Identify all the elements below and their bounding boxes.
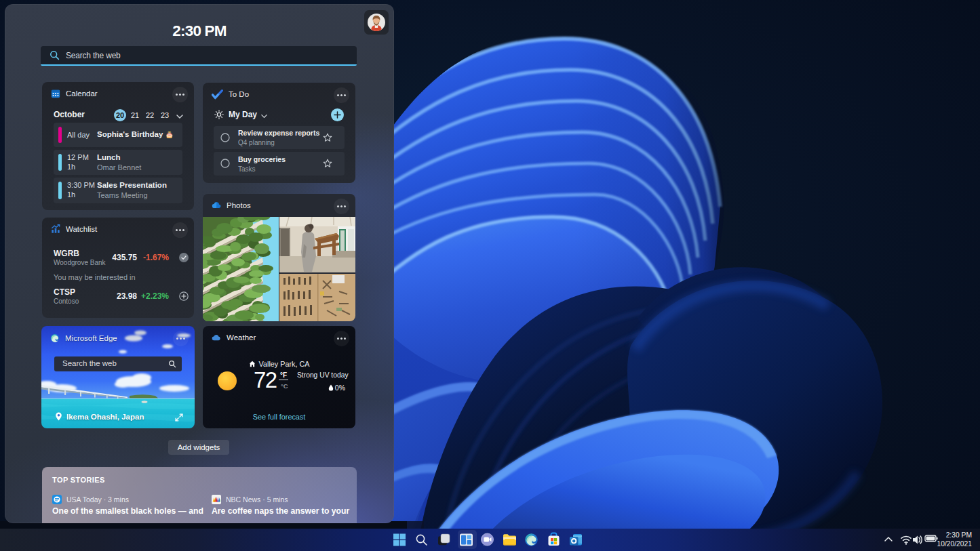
svg-text:2:30 PM: 2:30 PM bbox=[946, 531, 972, 539]
svg-text:10/20/2021: 10/20/2021 bbox=[937, 540, 972, 548]
